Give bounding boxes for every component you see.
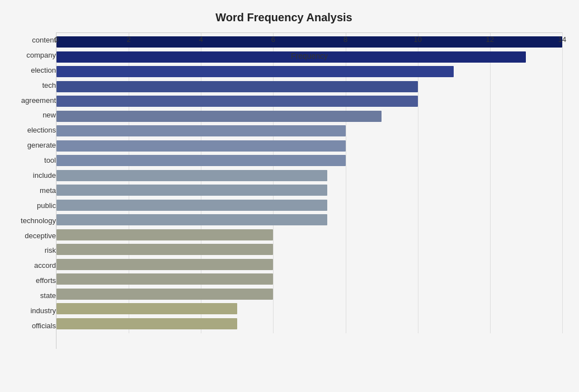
bar-meta <box>57 185 327 196</box>
x-tick: 4 <box>199 35 203 44</box>
y-label-content: content <box>32 32 56 47</box>
bar-row-efforts <box>57 272 562 286</box>
bar-row-elections <box>57 124 562 138</box>
y-label-accord: accord <box>34 258 56 273</box>
x-tick: 8 <box>343 35 347 44</box>
bar-row-meta <box>57 183 562 197</box>
bar-new <box>57 111 382 122</box>
bar-row-tech <box>57 79 562 94</box>
bar-officials <box>57 318 237 329</box>
bar-efforts <box>57 273 273 285</box>
bar-row-industry <box>57 301 562 316</box>
bar-industry <box>57 303 237 314</box>
plot-area: Frequency 02468101214 <box>56 32 562 349</box>
y-label-industry: industry <box>30 303 56 318</box>
bar-agreement <box>57 96 418 107</box>
x-tick: 14 <box>558 35 566 44</box>
bar-row-generate <box>57 139 562 153</box>
bar-row-state <box>57 287 562 301</box>
x-tick: 2 <box>127 35 131 44</box>
bar-row-deceptive <box>57 228 562 242</box>
bar-row-public <box>57 198 562 212</box>
x-tick: 0 <box>54 35 58 44</box>
x-axis: Frequency 02468101214 <box>57 32 562 48</box>
bar-risk <box>57 244 273 255</box>
y-label-officials: officials <box>32 318 56 333</box>
y-label-deceptive: deceptive <box>25 228 56 243</box>
x-tick: 12 <box>486 35 494 44</box>
y-label-public: public <box>37 198 56 212</box>
y-label-technology: technology <box>21 213 56 228</box>
bar-row-election <box>57 64 562 79</box>
y-label-tool: tool <box>44 153 56 168</box>
chart-area: contentcompanyelectiontechagreementnewel… <box>6 32 562 349</box>
bar-row-accord <box>57 257 562 272</box>
y-label-risk: risk <box>45 243 56 258</box>
y-label-agreement: agreement <box>21 93 56 107</box>
y-label-generate: generate <box>27 138 56 153</box>
bar-row-include <box>57 168 562 183</box>
y-label-tech: tech <box>42 78 56 92</box>
bar-tool <box>57 155 346 166</box>
bar-accord <box>57 259 273 270</box>
bar-include <box>57 170 327 181</box>
bars-and-grid: Frequency 02468101214 <box>56 32 562 349</box>
bar-row-officials <box>57 317 562 331</box>
y-label-meta: meta <box>40 183 56 197</box>
bar-tech <box>57 81 418 92</box>
grid-line <box>562 32 563 333</box>
bar-row-agreement <box>57 94 562 108</box>
y-axis: contentcompanyelectiontechagreementnewel… <box>6 32 56 349</box>
y-label-elections: elections <box>27 123 56 138</box>
x-tick: 6 <box>271 35 275 44</box>
x-tick: 10 <box>413 35 421 44</box>
y-label-company: company <box>26 48 56 62</box>
bar-row-new <box>57 109 562 124</box>
bars-container <box>57 32 562 333</box>
bar-generate <box>57 140 346 152</box>
x-axis-label: Frequency <box>291 51 328 60</box>
bar-technology <box>57 214 327 225</box>
bar-state <box>57 289 273 300</box>
bar-row-risk <box>57 242 562 257</box>
chart-title: Word Frequency Analysis <box>6 11 562 24</box>
chart-container: Word Frequency Analysis contentcompanyel… <box>0 0 579 392</box>
y-label-election: election <box>31 63 56 77</box>
bar-elections <box>57 125 346 136</box>
bar-row-technology <box>57 212 562 227</box>
y-label-new: new <box>43 108 56 122</box>
y-label-include: include <box>33 168 56 182</box>
y-label-efforts: efforts <box>36 273 56 288</box>
bar-election <box>57 66 454 77</box>
bar-row-tool <box>57 153 562 168</box>
y-label-state: state <box>40 289 56 303</box>
bar-deceptive <box>57 229 273 240</box>
bar-public <box>57 200 327 211</box>
